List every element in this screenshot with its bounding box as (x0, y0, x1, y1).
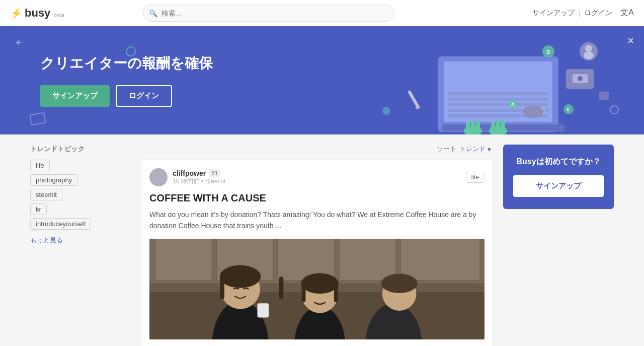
logo-beta: beta (53, 12, 64, 18)
banner-illustration: S S S (287, 26, 614, 134)
svg-rect-14 (496, 120, 500, 132)
svg-text:S: S (567, 107, 570, 112)
svg-point-29 (584, 51, 594, 59)
svg-rect-32 (599, 92, 609, 100)
svg-rect-26 (525, 106, 541, 117)
svg-point-8 (464, 126, 482, 134)
svg-text:S: S (546, 49, 550, 55)
header-right: サインアップ | ログイン 文A (532, 8, 634, 18)
header: ⚡ busy beta 🔍 サインアップ | ログイン 文A (0, 0, 644, 26)
svg-rect-17 (573, 74, 588, 83)
svg-point-18 (578, 76, 583, 81)
banner-close-button[interactable]: × (627, 34, 634, 47)
svg-marker-31 (415, 106, 420, 111)
svg-rect-13 (491, 122, 495, 133)
tags-list: life photography steemit kr introduceyou… (30, 160, 131, 230)
svg-rect-40 (400, 239, 480, 281)
sidebar-section-title: トレンドトピック (30, 145, 131, 154)
post-title[interactable]: COFFEE WITH A CAUSE (149, 192, 485, 204)
svg-rect-5 (448, 103, 548, 106)
svg-rect-4 (448, 109, 548, 112)
svg-rect-12 (476, 121, 480, 132)
post-author-info: cliffpower 61 10 時間前 • Steemit (173, 169, 226, 186)
post-separator: • (201, 178, 203, 185)
post-meta: cliffpower 61 10 時間前 • Steemit life (149, 168, 485, 186)
header-divider: | (579, 9, 581, 17)
svg-rect-45 (220, 276, 224, 299)
sort-chevron-icon: ▾ (488, 146, 491, 153)
svg-rect-52 (334, 282, 338, 302)
main-layout: トレンドトピック life photography steemit kr int… (20, 134, 624, 346)
svg-rect-47 (257, 303, 269, 317)
svg-point-23 (508, 99, 518, 109)
author-line: cliffpower 61 (173, 169, 226, 177)
svg-rect-10 (466, 122, 470, 133)
post-image-inner (149, 239, 485, 339)
banner-login-button[interactable]: ログイン (116, 85, 172, 107)
svg-point-50 (301, 273, 339, 294)
deco-circle-2 (610, 105, 619, 114)
sort-label: ソート (437, 145, 456, 154)
tag-introduceyourself[interactable]: introduceyourself (30, 218, 91, 230)
bolt-icon: ⚡ (10, 7, 23, 19)
deco-rect (29, 112, 46, 126)
post-excerpt: What do you mean it's by donation? Thats… (149, 209, 485, 232)
author-avatar[interactable] (149, 168, 168, 186)
svg-rect-39 (339, 239, 396, 281)
svg-point-55 (381, 273, 418, 293)
search-bar: 🔍 (143, 5, 394, 22)
deco-plus: + (15, 36, 22, 49)
logo-text: busy (25, 7, 50, 20)
svg-point-21 (564, 104, 574, 114)
svg-rect-0 (438, 56, 558, 132)
signup-box-title: Busyは初めてですか？ (516, 157, 600, 167)
svg-point-9 (489, 126, 507, 134)
tag-kr[interactable]: kr (30, 203, 47, 215)
svg-rect-51 (302, 282, 306, 302)
signup-box-button[interactable]: サインアップ (513, 175, 604, 197)
search-icon: 🔍 (149, 9, 157, 17)
post-source: Steemit (205, 178, 226, 185)
banner-signup-button[interactable]: サインアップ (40, 85, 110, 107)
post-card: cliffpower 61 10 時間前 • Steemit life COFF… (141, 160, 493, 346)
feed-header: ソート トレンド ▾ (141, 145, 493, 154)
signup-box: Busyは初めてですか？ サインアップ (503, 145, 614, 209)
post-image[interactable] (149, 239, 485, 339)
svg-rect-15 (501, 121, 505, 132)
svg-rect-36 (155, 239, 212, 281)
svg-rect-6 (448, 98, 548, 101)
tag-life[interactable]: life (30, 160, 50, 171)
svg-point-27 (580, 42, 598, 60)
more-topics-link[interactable]: もっと見る (30, 236, 131, 245)
post-author-row: cliffpower 61 10 時間前 • Steemit (149, 168, 226, 186)
right-sidebar: Busyは初めてですか？ サインアップ (503, 145, 614, 346)
search-input[interactable] (143, 5, 394, 22)
svg-point-44 (220, 265, 261, 288)
svg-rect-11 (471, 120, 475, 132)
author-rep: 61 (209, 169, 220, 177)
sort-value: トレンド (459, 145, 486, 154)
logo[interactable]: ⚡ busy beta (10, 7, 64, 20)
svg-point-28 (585, 45, 592, 52)
banner: + クリエイターの報酬を確保 サインアップ ログイン (0, 26, 644, 134)
svg-rect-16 (566, 69, 594, 89)
tag-photography[interactable]: photography (30, 174, 77, 186)
feed-area: ソート トレンド ▾ cliffpower 61 10 時間前 (141, 145, 493, 346)
header-login-link[interactable]: ログイン (584, 9, 612, 18)
svg-rect-46 (279, 276, 283, 299)
sort-dropdown[interactable]: トレンド ▾ (459, 145, 491, 154)
banner-title: クリエイターの報酬を確保 (40, 54, 213, 73)
post-time: 10 時間前 (173, 177, 199, 186)
svg-text:S: S (511, 102, 514, 107)
svg-point-19 (542, 45, 554, 57)
author-name[interactable]: cliffpower (173, 169, 206, 177)
header-signup-link[interactable]: サインアップ (532, 9, 575, 18)
svg-rect-30 (408, 90, 420, 109)
banner-buttons: サインアップ ログイン (40, 85, 213, 107)
sidebar: トレンドトピック life photography steemit kr int… (30, 145, 131, 346)
language-button[interactable]: 文A (620, 8, 634, 18)
tag-steemit[interactable]: steemit (30, 189, 62, 200)
svg-point-33 (382, 107, 390, 115)
svg-rect-7 (448, 92, 548, 95)
post-tag-badge[interactable]: life (466, 172, 485, 183)
